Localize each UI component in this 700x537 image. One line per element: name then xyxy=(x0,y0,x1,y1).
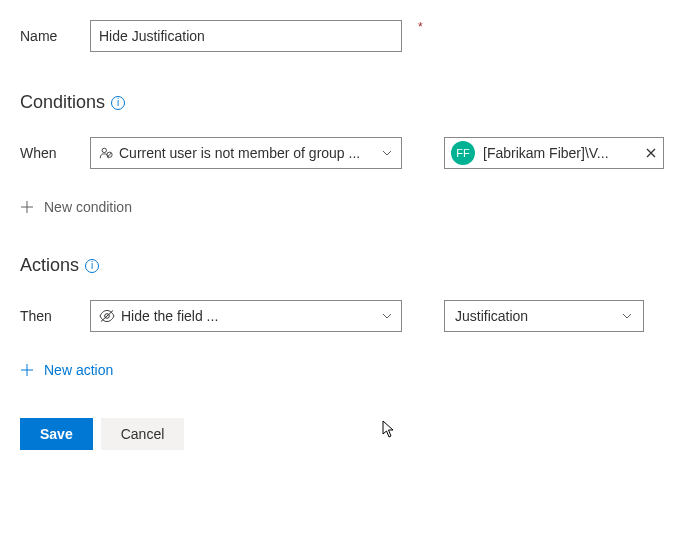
group-chip[interactable]: FF [Fabrikam Fiber]\V... xyxy=(444,137,664,169)
person-icon xyxy=(99,146,113,160)
conditions-heading-text: Conditions xyxy=(20,92,105,113)
svg-line-2 xyxy=(108,153,111,157)
then-label: Then xyxy=(20,308,78,324)
name-label: Name xyxy=(20,28,78,44)
actions-heading: Actions i xyxy=(20,255,680,276)
new-action-text: New action xyxy=(44,362,113,378)
field-dropdown[interactable]: Justification xyxy=(444,300,644,332)
chevron-down-icon xyxy=(381,147,393,159)
actions-heading-text: Actions xyxy=(20,255,79,276)
chevron-down-icon xyxy=(621,310,633,322)
condition-dropdown[interactable]: Current user is not member of group ... xyxy=(90,137,402,169)
when-label: When xyxy=(20,145,78,161)
new-condition-text: New condition xyxy=(44,199,132,215)
cursor-icon xyxy=(382,420,396,438)
required-indicator: * xyxy=(418,20,423,34)
action-dropdown[interactable]: Hide the field ... xyxy=(90,300,402,332)
close-icon[interactable] xyxy=(645,147,657,159)
chevron-down-icon xyxy=(381,310,393,322)
conditions-heading: Conditions i xyxy=(20,92,680,113)
group-chip-text: [Fabrikam Fiber]\V... xyxy=(483,145,637,161)
plus-icon xyxy=(20,200,34,214)
action-text: Hide the field ... xyxy=(121,308,381,324)
info-icon[interactable]: i xyxy=(85,259,99,273)
name-input[interactable]: Hide Justification xyxy=(90,20,402,52)
plus-icon xyxy=(20,363,34,377)
name-value: Hide Justification xyxy=(99,28,205,44)
eye-slash-icon xyxy=(99,309,115,323)
new-action-link[interactable]: New action xyxy=(20,362,680,378)
avatar: FF xyxy=(451,141,475,165)
cancel-button[interactable]: Cancel xyxy=(101,418,185,450)
save-button[interactable]: Save xyxy=(20,418,93,450)
info-icon[interactable]: i xyxy=(111,96,125,110)
condition-text: Current user is not member of group ... xyxy=(119,145,381,161)
svg-point-0 xyxy=(102,148,106,152)
new-condition-link[interactable]: New condition xyxy=(20,199,680,215)
field-value: Justification xyxy=(455,308,621,324)
